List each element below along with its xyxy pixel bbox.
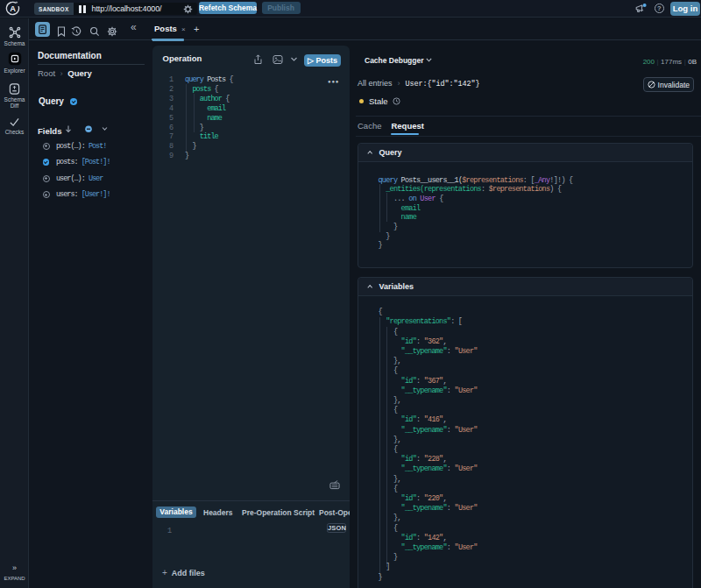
svg-text:A: A	[10, 4, 16, 13]
